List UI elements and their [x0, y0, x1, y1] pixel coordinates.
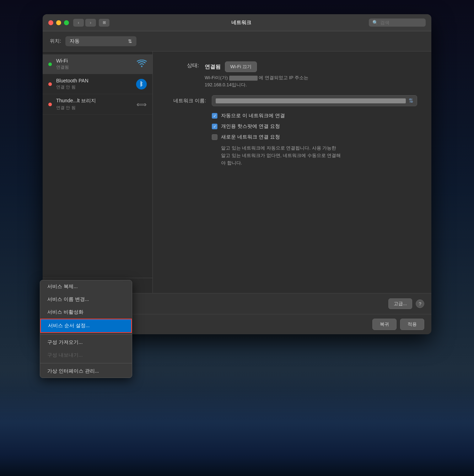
grid-button[interactable]: ⊞	[99, 19, 109, 27]
gear-dropdown-menu: 서비스 복제... 서비스 이름 변경... 서비스 비활성화 서비스 순서 설…	[40, 280, 132, 378]
ocean-wave	[0, 369, 474, 476]
thunderbolt-name: Thunde...lt 브리지	[56, 98, 136, 104]
location-value: 자동	[70, 38, 80, 44]
right-panel: 상태: 연결됨 Wi-Fi 끄기 Wi-Fi이(가) 에 연결되었고 IP 주소…	[153, 52, 431, 293]
minimize-button[interactable]	[56, 20, 61, 25]
help-button[interactable]: ?	[416, 299, 424, 308]
network-name-select[interactable]: ⇅	[212, 95, 417, 106]
traffic-lights	[48, 20, 69, 25]
thunderbolt-status: 연결 안 됨	[56, 105, 136, 111]
location-chevron-icon: ⇅	[128, 38, 132, 44]
status-field-label: 상태:	[167, 61, 199, 69]
bluetooth-info: Bluetooth PAN 연결 안 됨	[56, 78, 136, 90]
status-content: 연결됨 Wi-Fi 끄기 Wi-Fi이(가) 에 연결되었고 IP 주소는 19…	[205, 61, 417, 88]
network-name-label: 네트워크 이름:	[167, 98, 206, 104]
network-name-redacted	[216, 98, 406, 103]
titlebar: ‹ › ⊞ 네트워크 🔍	[43, 14, 431, 31]
bluetooth-status-dot	[48, 82, 52, 86]
bluetooth-icon: ᛒ	[136, 79, 147, 90]
checkbox-row-3: 새로운 네트워크 연결 요청	[212, 134, 417, 140]
sidebar-item-wifi[interactable]: Wi-Fi 연결됨	[43, 54, 152, 74]
wifi-info: Wi-Fi 연결됨	[56, 58, 137, 70]
menu-item-set-order[interactable]: 서비스 순서 설정...	[40, 319, 132, 333]
network-list: Wi-Fi 연결됨	[43, 52, 152, 278]
thunderbolt-info: Thunde...lt 브리지 연결 안 됨	[56, 98, 136, 111]
sidebar-item-bluetooth[interactable]: Bluetooth PAN 연결 안 됨 ᛒ	[43, 74, 152, 94]
search-icon: 🔍	[372, 20, 378, 25]
checkbox-personal-hotspot-label: 개인용 핫스팟에 연결 요청	[221, 123, 280, 130]
search-input[interactable]	[380, 20, 423, 25]
location-label: 위치:	[50, 38, 61, 44]
thunderbolt-icon: ⟺	[136, 100, 147, 109]
checkbox-auto-connect[interactable]: ✓	[212, 113, 217, 119]
sidebar: Wi-Fi 연결됨	[43, 52, 153, 293]
forward-button[interactable]: ›	[85, 19, 96, 27]
checkbox-row-1: ✓ 자동으로 이 네트워크에 연결	[212, 113, 417, 119]
checkbox-row-2: ✓ 개인용 핫스팟에 연결 요청	[212, 123, 417, 130]
menu-divider-2	[40, 363, 132, 363]
close-button[interactable]	[48, 20, 53, 25]
checkbox-description: 알고 있는 네트워크에 자동으로 연결됩니다. 사용 가능한 알고 있는 네트워…	[221, 145, 417, 167]
bluetooth-status: 연결 안 됨	[56, 84, 136, 90]
maximize-button[interactable]	[64, 20, 69, 25]
revert-button[interactable]: 복귀	[372, 319, 397, 330]
network-name-row: 네트워크 이름: ⇅	[167, 95, 417, 106]
advanced-button[interactable]: 고급...	[388, 298, 412, 309]
wifi-status-dot	[48, 63, 52, 66]
menu-item-rename[interactable]: 서비스 이름 변경...	[40, 293, 132, 306]
status-value: 연결됨	[205, 64, 221, 70]
location-select[interactable]: 자동 ⇅	[65, 36, 136, 46]
network-name-chevron-icon: ⇅	[409, 97, 413, 104]
wifi-icon	[137, 60, 147, 69]
location-bar: 위치: 자동 ⇅	[43, 31, 431, 52]
search-bar[interactable]: 🔍	[369, 18, 426, 27]
checkbox-new-network-label: 새로운 네트워크 연결 요청	[221, 134, 280, 140]
menu-item-import[interactable]: 구성 가져오기...	[40, 336, 132, 349]
apply-button[interactable]: 적용	[400, 319, 424, 330]
thunderbolt-status-dot	[48, 103, 52, 106]
status-description: Wi-Fi이(가) 에 연결되었고 IP 주소는 192.168.0.14입니다…	[205, 74, 417, 88]
wifi-status: 연결됨	[56, 64, 137, 70]
wifi-off-button[interactable]: Wi-Fi 끄기	[225, 61, 257, 72]
menu-item-export: 구성 내보내기...	[40, 349, 132, 362]
menu-item-deactivate[interactable]: 서비스 비활성화	[40, 306, 132, 319]
main-content: Wi-Fi 연결됨	[43, 52, 431, 293]
nav-buttons: ‹ ›	[73, 19, 96, 27]
checkbox-auto-connect-label: 자동으로 이 네트워크에 연결	[221, 113, 285, 119]
checkbox-personal-hotspot[interactable]: ✓	[212, 124, 217, 129]
back-button[interactable]: ‹	[73, 19, 84, 27]
menu-item-duplicate[interactable]: 서비스 복제...	[40, 280, 132, 293]
status-connected-row: 연결됨 Wi-Fi 끄기	[205, 61, 417, 72]
checkbox-group: ✓ 자동으로 이 네트워크에 연결 ✓ 개인용 핫스팟에 연결 요청 새로운 네…	[212, 113, 417, 167]
status-row: 상태: 연결됨 Wi-Fi 끄기 Wi-Fi이(가) 에 연결되었고 IP 주소…	[167, 61, 417, 88]
wifi-name: Wi-Fi	[56, 58, 137, 64]
svg-point-0	[141, 66, 142, 67]
bluetooth-name: Bluetooth PAN	[56, 78, 136, 83]
menu-item-virtual[interactable]: 가상 인터페이스 관리...	[40, 365, 132, 378]
bottom-right-buttons: 고급... ?	[388, 298, 424, 309]
sidebar-item-thunderbolt[interactable]: Thunde...lt 브리지 연결 안 됨 ⟺	[43, 94, 152, 115]
window-title: 네트워크	[114, 20, 369, 26]
redacted-ssid	[229, 76, 258, 81]
checkbox-new-network[interactable]	[212, 134, 217, 140]
menu-divider-1	[40, 334, 132, 335]
